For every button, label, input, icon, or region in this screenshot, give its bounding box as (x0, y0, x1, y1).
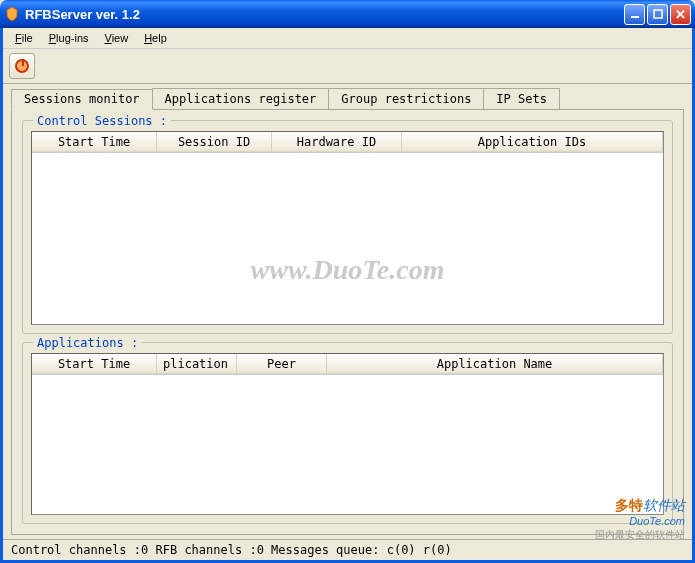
app-icon (4, 6, 20, 22)
control-sessions-header: Start Time Session ID Hardware ID Applic… (32, 132, 663, 153)
tab-applications-register[interactable]: Applications register (152, 88, 330, 109)
col-application-ids[interactable]: Application IDs (402, 132, 663, 152)
tab-ip-sets[interactable]: IP Sets (483, 88, 560, 109)
applications-body (32, 375, 663, 515)
col-app-name[interactable]: Application Name (327, 354, 663, 374)
menu-file[interactable]: File (9, 30, 39, 46)
svg-rect-1 (654, 10, 662, 18)
window-controls: ✕ (624, 4, 691, 25)
control-sessions-body (32, 153, 663, 325)
col-app-id[interactable]: plication I (157, 354, 237, 374)
tab-strip: Sessions monitor Applications register G… (3, 84, 692, 109)
menubar: File Plug-ins View Help (3, 28, 692, 49)
tab-sessions-monitor[interactable]: Sessions monitor (11, 89, 153, 110)
window-body: File Plug-ins View Help Sessions monitor… (0, 28, 695, 563)
applications-title: Applications : (33, 336, 142, 350)
control-sessions-group: Control Sessions : Start Time Session ID… (22, 120, 673, 334)
col-app-peer[interactable]: Peer (237, 354, 327, 374)
control-sessions-title: Control Sessions : (33, 114, 171, 128)
menu-help[interactable]: Help (138, 30, 173, 46)
window-title: RFBServer ver. 1.2 (25, 7, 624, 22)
col-app-start-time[interactable]: Start Time (32, 354, 157, 374)
tab-group-restrictions[interactable]: Group restrictions (328, 88, 484, 109)
applications-group: Applications : Start Time plication I Pe… (22, 342, 673, 524)
toolbar (3, 49, 692, 84)
statusbar: Control channels :0 RFB channels :0 Mess… (3, 539, 692, 560)
menu-plugins[interactable]: Plug-ins (43, 30, 95, 46)
col-start-time[interactable]: Start Time (32, 132, 157, 152)
tab-content: Control Sessions : Start Time Session ID… (11, 109, 684, 535)
svg-rect-0 (631, 16, 639, 18)
menu-view[interactable]: View (99, 30, 135, 46)
maximize-button[interactable] (647, 4, 668, 25)
control-sessions-list[interactable]: Start Time Session ID Hardware ID Applic… (31, 131, 664, 325)
power-icon (15, 59, 29, 73)
col-session-id[interactable]: Session ID (157, 132, 272, 152)
close-button[interactable]: ✕ (670, 4, 691, 25)
applications-header: Start Time plication I Peer Application … (32, 354, 663, 375)
statusbar-text: Control channels :0 RFB channels :0 Mess… (11, 543, 452, 557)
col-hardware-id[interactable]: Hardware ID (272, 132, 402, 152)
applications-list[interactable]: Start Time plication I Peer Application … (31, 353, 664, 515)
minimize-button[interactable] (624, 4, 645, 25)
power-button[interactable] (9, 53, 35, 79)
titlebar: RFBServer ver. 1.2 ✕ (0, 0, 695, 28)
